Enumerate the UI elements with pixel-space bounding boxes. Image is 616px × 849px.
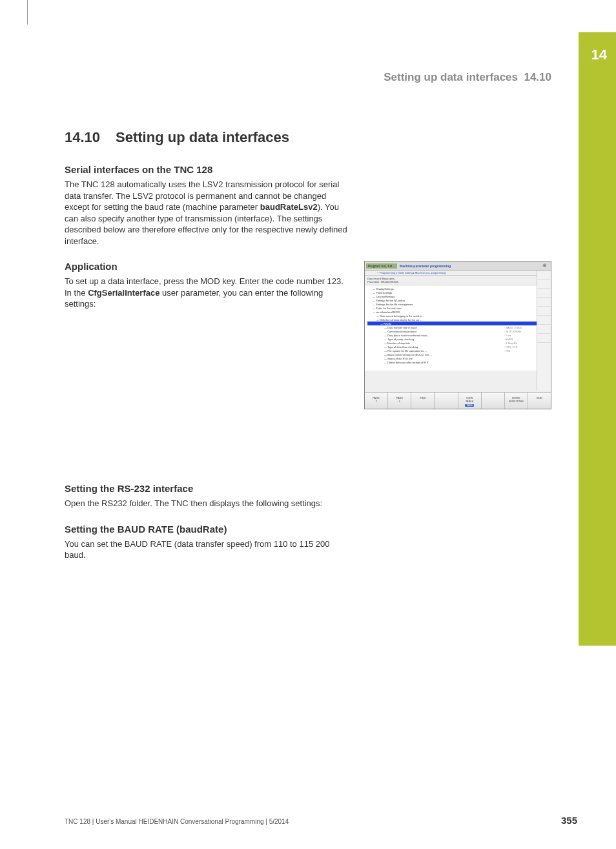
chapter-bar bbox=[579, 32, 616, 646]
tree-row: — Communications protocol: BLOCKWISE bbox=[367, 329, 551, 333]
softkey-4[interactable]: VIEWTABLETABLE bbox=[458, 393, 482, 409]
tree-row: — Data bits in each transferred chara…: … bbox=[367, 333, 551, 337]
page-number: 355 bbox=[561, 815, 577, 826]
tree-row: — Definition of data blocks for the ser… bbox=[367, 318, 551, 322]
tree-row: — Settings for the file management bbox=[367, 302, 551, 306]
running-header: Setting up data interfaces 14.10 bbox=[384, 71, 551, 84]
mode-badge: Program run, full… bbox=[366, 263, 397, 269]
info-parameter: Parameter: RS232 (09700) bbox=[365, 280, 551, 285]
softkey-1[interactable]: PAGE⇓ bbox=[388, 393, 411, 409]
breadcrumb: → Programming ▸ Table editing ▸ Machine … bbox=[365, 271, 551, 276]
main-heading-number: 14.10 bbox=[65, 129, 100, 145]
tree-row: — Block Check Character (BCC) is not … bbox=[367, 353, 551, 356]
tree-row: — Define behavior after receipt of ETX bbox=[367, 360, 551, 364]
tree-row: — Data record belonging to the serial p… bbox=[367, 314, 551, 318]
parameter-tree: — DisplaySettings— ProbeSettings— Channe… bbox=[365, 285, 551, 371]
tree-row: — Number of stop bits: 1 Stop-Bit bbox=[367, 341, 551, 345]
softkey-3[interactable] bbox=[435, 393, 458, 409]
info-record: Data record: Basic data bbox=[365, 276, 551, 280]
screen-title: Machine parameter programming bbox=[400, 264, 451, 268]
tree-row: — Data transfer rate in baud: BAUD_57600 bbox=[367, 325, 551, 329]
chapter-number: 14 bbox=[591, 46, 607, 63]
section1-body: The TNC 128 automatically uses the LSV2 … bbox=[65, 179, 349, 247]
softkey-5[interactable] bbox=[482, 393, 505, 409]
tree-row: — DisplaySettings bbox=[367, 287, 551, 291]
section4-body: You can set the BAUD RATE (data transfer… bbox=[65, 538, 349, 561]
section1-heading: Serial interfaces on the TNC 128 bbox=[65, 164, 562, 175]
tree-row: — File system for file operation via …: … bbox=[367, 349, 551, 353]
section2-body: To set up a data interface, press the MO… bbox=[65, 276, 349, 310]
screenshot-side-softkeys bbox=[537, 271, 551, 391]
gear-icon: ✺ bbox=[540, 263, 549, 271]
section2-heading: Application bbox=[65, 261, 349, 272]
softkey-bar: PAGE⇑PAGE⇓FINDVIEWTABLETABLEMOREFUNCTION… bbox=[365, 392, 551, 409]
tree-row: — ChannelSettings bbox=[367, 294, 551, 298]
tree-row: — RS232 bbox=[367, 322, 551, 325]
tree-row: — Type of data flow checking: RTS_CTS bbox=[367, 345, 551, 349]
screenshot-titlebar: Program run, full… Machine parameter pro… bbox=[365, 261, 551, 271]
running-header-section: 14.10 bbox=[524, 71, 551, 83]
section4-heading: Setting the BAUD RATE (baudRate) bbox=[65, 524, 562, 535]
tree-row: — ProbeSettings bbox=[367, 291, 551, 294]
tree-row: — Settings for the NC editor bbox=[367, 298, 551, 302]
main-content: 14.10Setting up data interfaces Serial i… bbox=[65, 129, 562, 575]
footer-info: TNC 128 | User's Manual HEIDENHAIN Conve… bbox=[65, 818, 289, 825]
running-header-title: Setting up data interfaces bbox=[384, 71, 518, 83]
softkey-2[interactable]: FIND bbox=[411, 393, 435, 409]
tree-row: — Paths for the end user bbox=[367, 306, 551, 310]
tree-row: — Status of the RTS line bbox=[367, 356, 551, 360]
softkey-6[interactable]: MOREFUNCTIONS bbox=[505, 393, 528, 409]
footer: TNC 128 | User's Manual HEIDENHAIN Conve… bbox=[65, 815, 577, 826]
softkey-7[interactable]: END bbox=[528, 393, 551, 409]
tree-row: — serialInterfaceRS232 bbox=[367, 310, 551, 314]
tab-line-decor bbox=[27, 0, 28, 25]
section3-body: Open the RS232 folder. The TNC then disp… bbox=[65, 498, 349, 509]
section3-heading: Setting the RS-232 interface bbox=[65, 483, 562, 494]
app-screenshot: ✺ Program run, full… Machine parameter p… bbox=[364, 261, 551, 409]
main-heading-text: Setting up data interfaces bbox=[116, 129, 289, 145]
softkey-0[interactable]: PAGE⇑ bbox=[365, 393, 388, 409]
tree-row: — Type of parity checking: EVEN bbox=[367, 337, 551, 341]
main-heading: 14.10Setting up data interfaces bbox=[65, 129, 562, 146]
